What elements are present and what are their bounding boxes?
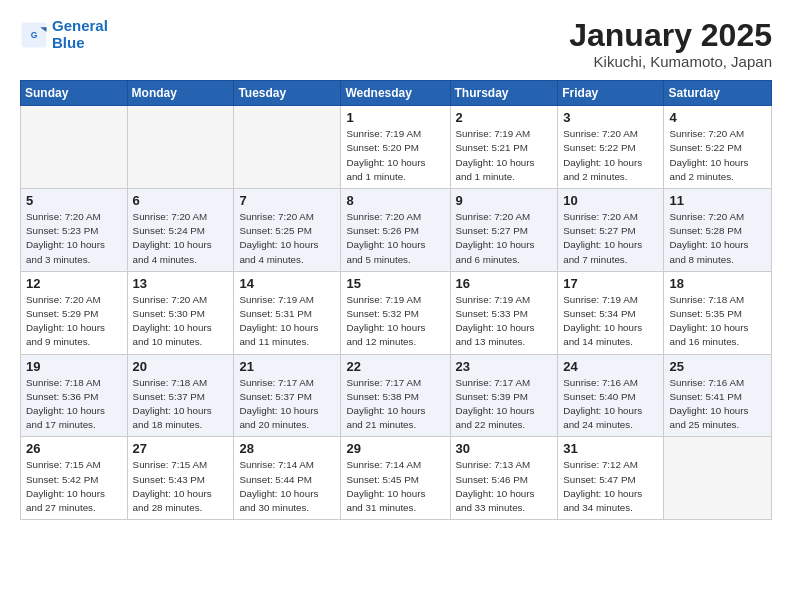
- day-number: 21: [239, 359, 335, 374]
- logo-line1: General: [52, 17, 108, 34]
- day-info: Sunrise: 7:20 AMSunset: 5:30 PMDaylight:…: [133, 293, 229, 350]
- day-info: Sunrise: 7:19 AMSunset: 5:34 PMDaylight:…: [563, 293, 658, 350]
- page: G General Blue January 2025 Kikuchi, Kum…: [0, 0, 792, 612]
- day-info: Sunrise: 7:15 AMSunset: 5:42 PMDaylight:…: [26, 458, 122, 515]
- table-row: 13Sunrise: 7:20 AMSunset: 5:30 PMDayligh…: [127, 271, 234, 354]
- table-row: 17Sunrise: 7:19 AMSunset: 5:34 PMDayligh…: [558, 271, 664, 354]
- day-info: Sunrise: 7:13 AMSunset: 5:46 PMDaylight:…: [456, 458, 553, 515]
- table-row: 20Sunrise: 7:18 AMSunset: 5:37 PMDayligh…: [127, 354, 234, 437]
- table-row: 22Sunrise: 7:17 AMSunset: 5:38 PMDayligh…: [341, 354, 450, 437]
- logo-line2: Blue: [52, 34, 85, 51]
- day-info: Sunrise: 7:20 AMSunset: 5:28 PMDaylight:…: [669, 210, 766, 267]
- day-number: 14: [239, 276, 335, 291]
- day-info: Sunrise: 7:20 AMSunset: 5:29 PMDaylight:…: [26, 293, 122, 350]
- day-number: 7: [239, 193, 335, 208]
- day-info: Sunrise: 7:17 AMSunset: 5:38 PMDaylight:…: [346, 376, 444, 433]
- table-row: 21Sunrise: 7:17 AMSunset: 5:37 PMDayligh…: [234, 354, 341, 437]
- day-info: Sunrise: 7:20 AMSunset: 5:22 PMDaylight:…: [669, 127, 766, 184]
- calendar: Sunday Monday Tuesday Wednesday Thursday…: [20, 80, 772, 520]
- day-number: 2: [456, 110, 553, 125]
- day-info: Sunrise: 7:18 AMSunset: 5:37 PMDaylight:…: [133, 376, 229, 433]
- day-number: 13: [133, 276, 229, 291]
- title-block: January 2025 Kikuchi, Kumamoto, Japan: [569, 18, 772, 70]
- day-number: 31: [563, 441, 658, 456]
- day-number: 26: [26, 441, 122, 456]
- svg-text:G: G: [31, 30, 38, 40]
- day-info: Sunrise: 7:20 AMSunset: 5:23 PMDaylight:…: [26, 210, 122, 267]
- day-number: 12: [26, 276, 122, 291]
- table-row: [234, 106, 341, 189]
- table-row: [127, 106, 234, 189]
- table-row: 19Sunrise: 7:18 AMSunset: 5:36 PMDayligh…: [21, 354, 128, 437]
- day-info: Sunrise: 7:19 AMSunset: 5:32 PMDaylight:…: [346, 293, 444, 350]
- day-number: 22: [346, 359, 444, 374]
- day-info: Sunrise: 7:14 AMSunset: 5:44 PMDaylight:…: [239, 458, 335, 515]
- col-monday: Monday: [127, 81, 234, 106]
- day-info: Sunrise: 7:20 AMSunset: 5:22 PMDaylight:…: [563, 127, 658, 184]
- table-row: 1Sunrise: 7:19 AMSunset: 5:20 PMDaylight…: [341, 106, 450, 189]
- table-row: 6Sunrise: 7:20 AMSunset: 5:24 PMDaylight…: [127, 189, 234, 272]
- day-number: 29: [346, 441, 444, 456]
- table-row: 9Sunrise: 7:20 AMSunset: 5:27 PMDaylight…: [450, 189, 558, 272]
- col-friday: Friday: [558, 81, 664, 106]
- calendar-week-5: 26Sunrise: 7:15 AMSunset: 5:42 PMDayligh…: [21, 437, 772, 520]
- table-row: 12Sunrise: 7:20 AMSunset: 5:29 PMDayligh…: [21, 271, 128, 354]
- day-number: 5: [26, 193, 122, 208]
- table-row: 11Sunrise: 7:20 AMSunset: 5:28 PMDayligh…: [664, 189, 772, 272]
- day-info: Sunrise: 7:16 AMSunset: 5:41 PMDaylight:…: [669, 376, 766, 433]
- day-info: Sunrise: 7:20 AMSunset: 5:26 PMDaylight:…: [346, 210, 444, 267]
- day-info: Sunrise: 7:17 AMSunset: 5:39 PMDaylight:…: [456, 376, 553, 433]
- table-row: 16Sunrise: 7:19 AMSunset: 5:33 PMDayligh…: [450, 271, 558, 354]
- logo-icon: G: [20, 21, 48, 49]
- col-tuesday: Tuesday: [234, 81, 341, 106]
- header: G General Blue January 2025 Kikuchi, Kum…: [20, 18, 772, 70]
- table-row: 25Sunrise: 7:16 AMSunset: 5:41 PMDayligh…: [664, 354, 772, 437]
- table-row: 4Sunrise: 7:20 AMSunset: 5:22 PMDaylight…: [664, 106, 772, 189]
- col-thursday: Thursday: [450, 81, 558, 106]
- day-info: Sunrise: 7:14 AMSunset: 5:45 PMDaylight:…: [346, 458, 444, 515]
- table-row: 29Sunrise: 7:14 AMSunset: 5:45 PMDayligh…: [341, 437, 450, 520]
- day-info: Sunrise: 7:15 AMSunset: 5:43 PMDaylight:…: [133, 458, 229, 515]
- table-row: 2Sunrise: 7:19 AMSunset: 5:21 PMDaylight…: [450, 106, 558, 189]
- day-info: Sunrise: 7:12 AMSunset: 5:47 PMDaylight:…: [563, 458, 658, 515]
- col-saturday: Saturday: [664, 81, 772, 106]
- table-row: 7Sunrise: 7:20 AMSunset: 5:25 PMDaylight…: [234, 189, 341, 272]
- col-wednesday: Wednesday: [341, 81, 450, 106]
- day-number: 1: [346, 110, 444, 125]
- table-row: 24Sunrise: 7:16 AMSunset: 5:40 PMDayligh…: [558, 354, 664, 437]
- day-info: Sunrise: 7:19 AMSunset: 5:21 PMDaylight:…: [456, 127, 553, 184]
- day-number: 25: [669, 359, 766, 374]
- calendar-week-4: 19Sunrise: 7:18 AMSunset: 5:36 PMDayligh…: [21, 354, 772, 437]
- day-number: 30: [456, 441, 553, 456]
- calendar-header-row: Sunday Monday Tuesday Wednesday Thursday…: [21, 81, 772, 106]
- table-row: 5Sunrise: 7:20 AMSunset: 5:23 PMDaylight…: [21, 189, 128, 272]
- day-info: Sunrise: 7:16 AMSunset: 5:40 PMDaylight:…: [563, 376, 658, 433]
- table-row: 30Sunrise: 7:13 AMSunset: 5:46 PMDayligh…: [450, 437, 558, 520]
- day-number: 27: [133, 441, 229, 456]
- calendar-week-1: 1Sunrise: 7:19 AMSunset: 5:20 PMDaylight…: [21, 106, 772, 189]
- day-info: Sunrise: 7:18 AMSunset: 5:35 PMDaylight:…: [669, 293, 766, 350]
- day-number: 23: [456, 359, 553, 374]
- day-info: Sunrise: 7:19 AMSunset: 5:20 PMDaylight:…: [346, 127, 444, 184]
- table-row: 10Sunrise: 7:20 AMSunset: 5:27 PMDayligh…: [558, 189, 664, 272]
- day-number: 16: [456, 276, 553, 291]
- day-number: 6: [133, 193, 229, 208]
- table-row: [664, 437, 772, 520]
- table-row: 28Sunrise: 7:14 AMSunset: 5:44 PMDayligh…: [234, 437, 341, 520]
- day-info: Sunrise: 7:19 AMSunset: 5:31 PMDaylight:…: [239, 293, 335, 350]
- table-row: 14Sunrise: 7:19 AMSunset: 5:31 PMDayligh…: [234, 271, 341, 354]
- day-number: 18: [669, 276, 766, 291]
- day-number: 10: [563, 193, 658, 208]
- day-number: 3: [563, 110, 658, 125]
- day-number: 19: [26, 359, 122, 374]
- col-sunday: Sunday: [21, 81, 128, 106]
- calendar-week-3: 12Sunrise: 7:20 AMSunset: 5:29 PMDayligh…: [21, 271, 772, 354]
- day-info: Sunrise: 7:17 AMSunset: 5:37 PMDaylight:…: [239, 376, 335, 433]
- day-number: 4: [669, 110, 766, 125]
- day-number: 20: [133, 359, 229, 374]
- day-number: 8: [346, 193, 444, 208]
- day-number: 15: [346, 276, 444, 291]
- table-row: [21, 106, 128, 189]
- table-row: 26Sunrise: 7:15 AMSunset: 5:42 PMDayligh…: [21, 437, 128, 520]
- day-number: 24: [563, 359, 658, 374]
